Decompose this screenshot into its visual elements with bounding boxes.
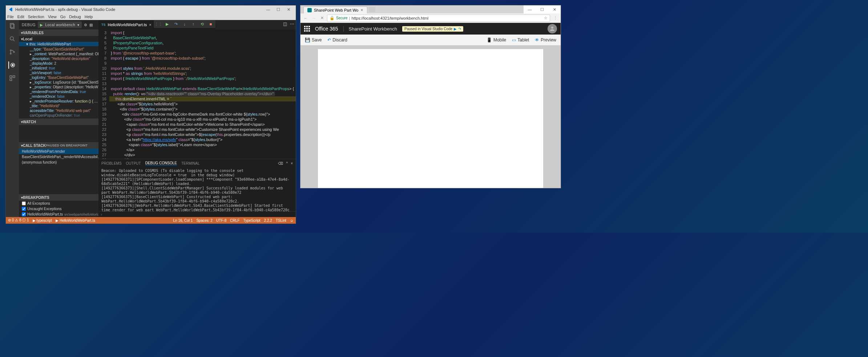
var-this[interactable]: ▾ this: HelloWorldWebPart (19, 42, 98, 46)
ts-version[interactable]: 2.2.2 (264, 218, 272, 222)
menu-help[interactable]: Help (85, 15, 93, 19)
code-content[interactable]: import { BaseClientSideWebPart, IPropert… (109, 29, 296, 159)
menu-file[interactable]: File (7, 15, 14, 19)
back-button[interactable]: ← (303, 16, 309, 20)
var-item[interactable]: ▸ _renderPromiseResolver: function () { … (21, 99, 96, 104)
menu-go[interactable]: Go (60, 15, 66, 19)
callstack-section-header[interactable]: ▾ CALL STACKPAUSED ON BREAKPOINT (19, 142, 98, 149)
eol[interactable]: CRLF (230, 218, 239, 222)
callstack-frame[interactable]: (anonymous function) (19, 160, 98, 165)
status-file-button[interactable]: ▶ HelloWorldWebPart.ts (56, 218, 95, 222)
step-over-button[interactable]: ↷ (173, 21, 179, 27)
clear-console-icon[interactable]: ⌫ (278, 161, 283, 165)
indentation[interactable]: Spaces: 2 (196, 218, 212, 222)
app-launcher-icon[interactable] (304, 26, 310, 32)
output-tab[interactable]: OUTPUT (126, 161, 141, 165)
callstack-frame[interactable]: HelloWorldWebPart.render (19, 149, 98, 154)
mobile-view-button[interactable]: 📱Mobile (487, 37, 506, 43)
variables-section-header[interactable]: ▾ VARIABLES (19, 29, 98, 36)
var-item[interactable]: _description: "HelloWorld description" (21, 56, 96, 61)
gear-icon[interactable]: ⚙ (84, 23, 88, 27)
debug-icon[interactable] (8, 61, 16, 69)
var-item[interactable]: _renderedFromPersistedData: true (21, 89, 96, 94)
var-item[interactable]: _isInViewport: false (21, 71, 96, 75)
stop-button[interactable]: ■ (207, 21, 214, 27)
var-item[interactable]: _logEntry: "BaseClientSideWebPart" (21, 75, 96, 80)
debug-console-output[interactable]: Beacon: Uploaded to COSMOS (To disable l… (98, 167, 296, 211)
breakpoint-item[interactable]: HelloWorldWebPart.tssrc\webparts\helloWo… (19, 212, 98, 217)
browser-tab[interactable]: SharePoint Web Part Wo × (303, 7, 367, 13)
var-item[interactable]: _renderedOnce: false (21, 94, 96, 99)
split-editor-icon[interactable]: ◫ (283, 21, 287, 27)
office365-brand[interactable]: Office 365 (315, 26, 338, 32)
discard-button[interactable]: ↶Discard (327, 37, 347, 43)
close-panel-icon[interactable]: × (291, 161, 293, 165)
var-item[interactable]: accessibleTitle: "HelloWorld web part" (21, 108, 96, 113)
step-into-button[interactable]: ↓ (181, 21, 188, 27)
save-button[interactable]: 💾Save (305, 37, 322, 43)
cursor-position[interactable]: Ln 16, Col 1 (173, 218, 193, 222)
callstack-frame[interactable]: BaseClientSideWebPart._renderWithAccessi… (19, 154, 98, 160)
debug-console-input[interactable]: › (98, 211, 296, 217)
terminal-tab[interactable]: TERMINAL (181, 161, 200, 165)
minimize-button[interactable]: — (263, 7, 273, 12)
menu-selection[interactable]: Selection (28, 15, 44, 19)
var-item[interactable]: ▸ _logSource: LogSource {id: "BaseClient… (21, 80, 96, 85)
debug-config-selector[interactable]: ▶ Local workbench ▾ (38, 21, 82, 28)
debug-console-tab[interactable]: DEBUG CONSOLE (145, 161, 177, 165)
tslint[interactable]: TSLint (276, 218, 286, 222)
feedback-icon[interactable]: ☺ (290, 218, 294, 222)
bookmark-icon[interactable]: ☆ (544, 16, 548, 20)
explorer-icon[interactable] (9, 22, 16, 29)
problems-tab[interactable]: PROBLEMS (101, 161, 122, 165)
forward-button[interactable]: → (311, 16, 317, 20)
play-icon[interactable]: ▶ (40, 23, 43, 27)
workbench-page[interactable] (318, 49, 543, 188)
menu-view[interactable]: View (48, 15, 57, 19)
status-lang-button[interactable]: ▶ typescript (33, 218, 52, 222)
step-icon[interactable]: ↷ (458, 27, 461, 31)
git-icon[interactable] (9, 48, 16, 56)
menu-debug[interactable]: Debug (69, 15, 81, 19)
extensions-icon[interactable] (9, 75, 16, 82)
preview-button[interactable]: 👁Preview (535, 37, 556, 43)
more-actions-icon[interactable]: ⋯ (290, 21, 294, 27)
maximize-button[interactable]: ☐ (536, 5, 548, 13)
tablet-view-button[interactable]: ▭Tablet (512, 37, 529, 43)
user-avatar[interactable] (548, 24, 557, 33)
var-item[interactable]: _title: "HelloWorld" (21, 104, 96, 108)
maximize-button[interactable]: ☐ (273, 7, 283, 12)
maximize-panel-icon[interactable]: ^ (286, 161, 288, 165)
restart-button[interactable]: ⟲ (199, 21, 205, 27)
language-mode[interactable]: TypeScript (243, 218, 260, 222)
search-icon[interactable] (9, 35, 16, 43)
continue-button[interactable]: ▶ (164, 21, 170, 27)
close-tab-icon[interactable]: × (361, 8, 363, 13)
watch-section-header[interactable]: ▾ WATCH (19, 119, 98, 125)
status-errors[interactable]: ⊘ 0 ⚠ 8 ⓘ 1 (8, 218, 29, 223)
close-button[interactable]: ✕ (548, 5, 561, 13)
var-item[interactable]: canOpenPopupOnRender: true (21, 113, 96, 118)
close-button[interactable]: ✕ (283, 7, 294, 12)
menu-button[interactable]: ⋮ (552, 16, 558, 20)
editor-tab[interactable]: TS HelloWorldWebPart.ts × (98, 20, 155, 29)
address-bar[interactable]: 🔒 Secure | https://localhost:4321/temp/w… (327, 15, 550, 22)
new-tab-button[interactable] (369, 7, 375, 12)
breakpoints-section-header[interactable]: ▾ BREAKPOINTS (19, 194, 98, 201)
close-tab-icon[interactable]: × (149, 23, 151, 27)
dropdown-icon[interactable]: ▾ (77, 23, 80, 27)
var-item[interactable]: ▸ _context: WebPartContext {_manifest: O… (21, 52, 96, 56)
var-item[interactable]: _displayMode: 2 (21, 61, 96, 66)
breakpoint-all-exceptions[interactable]: All Exceptions (19, 201, 98, 206)
step-out-button[interactable]: ↑ (190, 21, 197, 27)
debug-console-toggle-icon[interactable]: ▤ (89, 23, 93, 27)
drag-handle-icon[interactable]: ⋮⋮ (155, 21, 162, 27)
encoding[interactable]: UTF-8 (216, 218, 226, 222)
reload-button[interactable]: ✕ (319, 16, 325, 20)
code-editor[interactable]: 3456789101112131415161718192021222324252… (98, 29, 296, 159)
local-scope[interactable]: ▾ Local (19, 36, 98, 42)
resume-icon[interactable]: ▶ (454, 27, 457, 31)
var-item[interactable]: ▸ _properties: Object {description: "Hel… (21, 85, 96, 89)
breakpoint-uncaught-exceptions[interactable]: Uncaught Exceptions (19, 206, 98, 212)
var-item[interactable]: __type: "BaseClientSideWebPart" (21, 47, 96, 52)
